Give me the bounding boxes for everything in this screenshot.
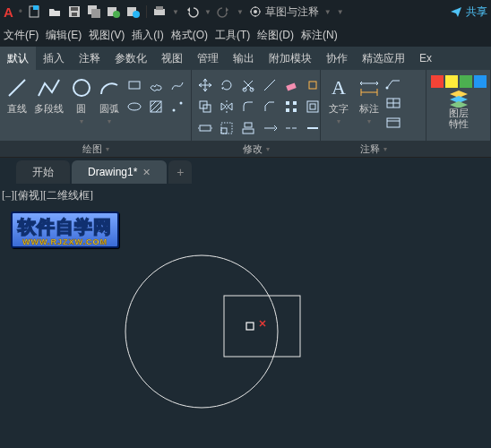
open-icon[interactable] — [47, 4, 62, 19]
tab-ex[interactable]: Ex — [412, 47, 439, 70]
tab-parametric[interactable]: 参数化 — [108, 47, 154, 70]
scale-icon[interactable] — [217, 118, 237, 138]
save-icon[interactable] — [67, 4, 82, 19]
layer-stack-icon[interactable] — [446, 88, 471, 108]
stretch-icon[interactable] — [195, 118, 215, 138]
save-web-icon[interactable] — [126, 4, 141, 19]
panel-modify-expand-icon[interactable]: ▾ — [266, 145, 270, 153]
undo-dropdown-icon[interactable]: ▼ — [204, 8, 211, 16]
open-web-icon[interactable] — [107, 4, 121, 19]
table-icon[interactable] — [385, 97, 401, 113]
move-icon[interactable] — [195, 75, 215, 95]
join-icon[interactable] — [303, 118, 323, 138]
tab-view[interactable]: 视图 — [154, 47, 190, 70]
panel-layers: 图层 特性 — [426, 70, 491, 157]
document-tabs: 开始 Drawing1* ✕ + — [0, 158, 491, 185]
hatch-icon[interactable] — [146, 97, 166, 116]
svg-rect-4 — [72, 13, 77, 16]
menu-file[interactable]: 文件(F) — [0, 28, 42, 43]
plot-icon[interactable] — [152, 4, 167, 19]
polyline-button[interactable]: 多段线 — [31, 72, 66, 116]
tab-insert[interactable]: 插入 — [36, 47, 72, 70]
extend-icon[interactable] — [260, 75, 280, 95]
menu-draw[interactable]: 绘图(D) — [254, 28, 297, 43]
svg-rect-33 — [307, 101, 318, 112]
layer-swatch-green[interactable] — [460, 75, 472, 88]
offset-icon[interactable] — [303, 97, 323, 116]
qat-customize-icon[interactable]: ▼ — [337, 8, 344, 16]
point-icon[interactable] — [168, 97, 187, 116]
mleader-icon[interactable] — [385, 116, 401, 133]
text-dropdown-icon[interactable]: ▾ — [337, 117, 340, 125]
arc-dropdown-icon[interactable]: ▾ — [108, 117, 111, 125]
arc-button[interactable]: 圆弧 ▾ — [97, 72, 123, 125]
revcloud-icon[interactable] — [146, 75, 166, 95]
panel-annotate-title: 注释 — [360, 142, 380, 156]
tab-collab[interactable]: 协作 — [319, 47, 355, 70]
dim-dropdown-icon[interactable]: ▾ — [367, 117, 371, 125]
line-button[interactable]: 直线 — [4, 72, 30, 116]
plot-dropdown-icon[interactable]: ▼ — [172, 8, 179, 16]
redo-icon[interactable] — [217, 4, 231, 19]
tab-default[interactable]: 默认 — [0, 47, 36, 70]
panel-draw: 直线 多段线 圆 ▾ 圆弧 ▾ — [0, 70, 192, 157]
rotate-icon[interactable] — [217, 75, 237, 95]
saveas-icon[interactable] — [87, 4, 101, 19]
menu-format[interactable]: 格式(O) — [168, 28, 211, 43]
workspace-dropdown-icon[interactable]: ▼ — [324, 8, 332, 16]
menu-edit[interactable]: 编辑(E) — [42, 28, 85, 43]
workspace-switcher[interactable]: 草图与注释 — [249, 4, 319, 20]
ellipse-icon[interactable] — [125, 97, 144, 116]
spline-icon[interactable] — [168, 75, 187, 95]
svg-rect-34 — [310, 104, 315, 109]
layer-swatch-yellow[interactable] — [445, 75, 458, 88]
menu-view[interactable]: 视图(V) — [85, 28, 128, 43]
svg-point-20 — [173, 109, 176, 112]
align-icon[interactable] — [238, 118, 258, 138]
tab-close-icon[interactable]: ✕ — [142, 167, 151, 178]
chamfer-icon[interactable] — [260, 97, 280, 116]
svg-rect-53 — [246, 323, 254, 330]
menu-dimension[interactable]: 标注(N) — [297, 28, 341, 43]
redo-dropdown-icon[interactable]: ▼ — [237, 8, 244, 16]
lengthen-icon[interactable] — [260, 118, 280, 138]
panel-draw-expand-icon[interactable]: ▾ — [106, 145, 109, 153]
explode-icon[interactable] — [303, 75, 323, 95]
tab-drawing1[interactable]: Drawing1* ✕ — [72, 160, 167, 184]
rectangle-icon[interactable] — [125, 75, 144, 95]
dim-button[interactable]: 标注 ▾ — [355, 72, 383, 125]
layer-swatch-blue[interactable] — [474, 75, 487, 88]
tab-annotate[interactable]: 注释 — [72, 47, 108, 70]
text-label: 文字 — [329, 102, 349, 116]
text-button[interactable]: A 文字 ▾ — [324, 72, 353, 125]
fillet-icon[interactable] — [238, 97, 258, 116]
circle-button[interactable]: 圆 ▾ — [68, 72, 94, 125]
share-button[interactable]: 共享 — [450, 4, 487, 20]
svg-rect-32 — [293, 108, 297, 112]
erase-icon[interactable] — [281, 75, 301, 95]
new-file-icon[interactable] — [28, 4, 42, 19]
tab-output[interactable]: 输出 — [226, 47, 262, 70]
drawing-canvas[interactable]: [–][俯视][二维线框] 软件自学网 WWW.RJZXW.COM — [0, 185, 491, 448]
trim-icon[interactable] — [238, 75, 258, 95]
tab-addins[interactable]: 附加模块 — [262, 47, 319, 70]
tab-express[interactable]: 精选应用 — [355, 47, 412, 70]
menu-tools[interactable]: 工具(T) — [211, 28, 254, 43]
tab-new[interactable]: + — [168, 160, 192, 184]
tab-manage[interactable]: 管理 — [190, 47, 226, 70]
break-icon[interactable] — [281, 118, 301, 138]
layer-swatch-red[interactable] — [431, 75, 444, 88]
mirror-icon[interactable] — [217, 97, 237, 116]
copy-icon[interactable] — [195, 97, 215, 116]
tab-start[interactable]: 开始 — [16, 160, 70, 184]
array-icon[interactable] — [281, 97, 301, 116]
panel-annotate-expand-icon[interactable]: ▾ — [383, 145, 387, 153]
logo-dot-icon: • — [19, 5, 22, 18]
circle-dropdown-icon[interactable]: ▾ — [80, 117, 83, 125]
undo-icon[interactable] — [185, 4, 199, 19]
workspace-label: 草图与注释 — [265, 4, 319, 20]
menu-insert[interactable]: 插入(I) — [128, 28, 167, 43]
panel-modify: 修改▾ — [192, 70, 321, 157]
layer-label-2: 特性 — [449, 118, 469, 129]
leader-icon[interactable] — [385, 77, 401, 93]
